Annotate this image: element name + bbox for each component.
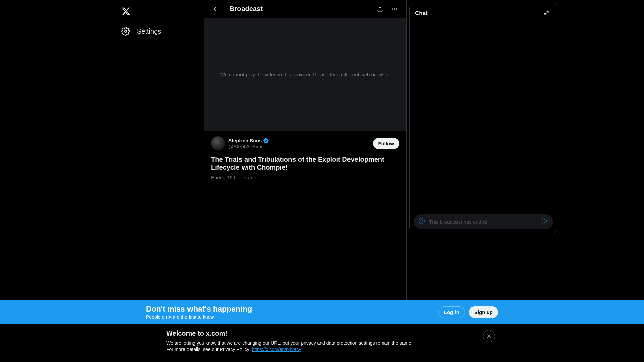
svg-point-3: [396, 8, 397, 9]
banner-heading: Don't miss what's happening: [146, 305, 252, 314]
display-name[interactable]: Stephen Sims: [228, 138, 262, 143]
signup-banner: Don't miss what's happening People on X …: [0, 300, 644, 324]
verified-badge-icon: [263, 138, 269, 144]
svg-point-5: [421, 220, 421, 221]
sidebar-item-label: Settings: [137, 27, 161, 35]
login-button[interactable]: Log in: [438, 306, 465, 318]
main-header: Broadcast: [204, 0, 406, 18]
arrow-left-icon: [212, 6, 219, 12]
signup-button[interactable]: Sign up: [469, 306, 498, 318]
broadcast-title: The Trials and Tribulations of the Explo…: [211, 155, 399, 171]
share-button[interactable]: [374, 3, 386, 15]
banner-subtext: People on X are the first to know.: [146, 314, 252, 320]
more-horizontal-icon: [391, 6, 398, 12]
gear-icon: [121, 27, 130, 36]
video-player: We cannot play the video in this browser…: [204, 18, 406, 131]
notice-heading: Welcome to x.com!: [166, 329, 495, 337]
broadcast-status: Ended 16 hours ago: [211, 175, 399, 180]
user-handle[interactable]: @Steph3nSims: [228, 144, 269, 149]
url-notice: Welcome to x.com! We are letting you kno…: [0, 324, 644, 362]
chat-input: [429, 219, 542, 225]
x-logo-icon: [121, 7, 131, 16]
back-button[interactable]: [210, 3, 222, 15]
page-title: Broadcast: [230, 5, 263, 13]
x-logo-link[interactable]: [117, 3, 135, 20]
broadcast-meta: Stephen Sims @Steph3nSims Follow The Tri…: [204, 131, 406, 186]
notice-body-line1: We are letting you know that we are chan…: [166, 340, 413, 346]
svg-point-2: [394, 8, 395, 9]
avatar[interactable]: [211, 136, 225, 150]
svg-point-1: [392, 8, 393, 9]
chat-body: [410, 24, 557, 210]
chat-title: Chat: [415, 10, 428, 17]
chat-input-bar: [414, 214, 553, 229]
emoji-button[interactable]: [418, 218, 425, 226]
chat-panel: Chat: [409, 3, 557, 233]
expand-icon: [543, 10, 549, 16]
follow-button[interactable]: Follow: [373, 138, 400, 149]
share-icon: [377, 6, 383, 12]
send-icon: [542, 218, 548, 224]
notice-body-line2: For more details, see our Privacy Policy…: [166, 347, 252, 352]
emoji-icon: [418, 218, 425, 224]
video-error-text: We cannot play the video in this browser…: [220, 72, 390, 77]
svg-point-0: [125, 30, 127, 33]
svg-point-6: [422, 220, 423, 221]
privacy-link[interactable]: https://x.com/en/privacy: [252, 347, 301, 352]
sidebar-item-settings[interactable]: Settings: [117, 23, 165, 40]
expand-chat-button[interactable]: [540, 8, 552, 19]
more-button[interactable]: [389, 3, 401, 15]
close-notice-button[interactable]: [483, 330, 495, 342]
close-icon: [486, 333, 492, 339]
chat-header: Chat: [410, 3, 557, 24]
user-row: Stephen Sims @Steph3nSims Follow: [211, 136, 399, 150]
send-button[interactable]: [542, 218, 548, 226]
notice-body: We are letting you know that we are chan…: [166, 340, 495, 353]
svg-point-4: [419, 218, 425, 224]
